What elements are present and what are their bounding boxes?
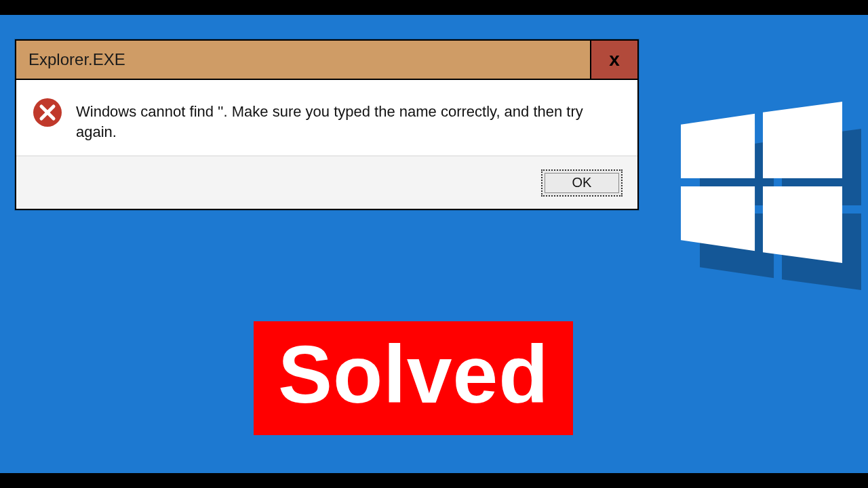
error-dialog: Explorer.EXE x Windows cannot find ''. M…: [15, 39, 639, 210]
svg-marker-5: [681, 186, 755, 251]
dialog-title: Explorer.EXE: [16, 41, 590, 79]
windows-logo-icon: [681, 102, 842, 263]
ok-button[interactable]: OK: [541, 169, 623, 197]
dialog-titlebar[interactable]: Explorer.EXE x: [16, 41, 637, 80]
ok-button-label: OK: [572, 175, 592, 190]
close-button[interactable]: x: [590, 41, 637, 79]
dialog-footer: OK: [16, 156, 637, 209]
close-icon: x: [609, 49, 620, 70]
solved-overlay-label: Solved: [254, 321, 573, 435]
dialog-message: Windows cannot find ''. Make sure you ty…: [76, 98, 621, 142]
letterbox-bottom: [0, 473, 868, 488]
letterbox-top: [0, 0, 868, 15]
svg-marker-3: [681, 114, 755, 178]
dialog-body: Windows cannot find ''. Make sure you ty…: [16, 80, 637, 156]
svg-marker-4: [763, 102, 842, 178]
desktop-background: Explorer.EXE x Windows cannot find ''. M…: [0, 0, 868, 488]
svg-marker-6: [763, 186, 842, 263]
error-icon: [33, 98, 62, 127]
